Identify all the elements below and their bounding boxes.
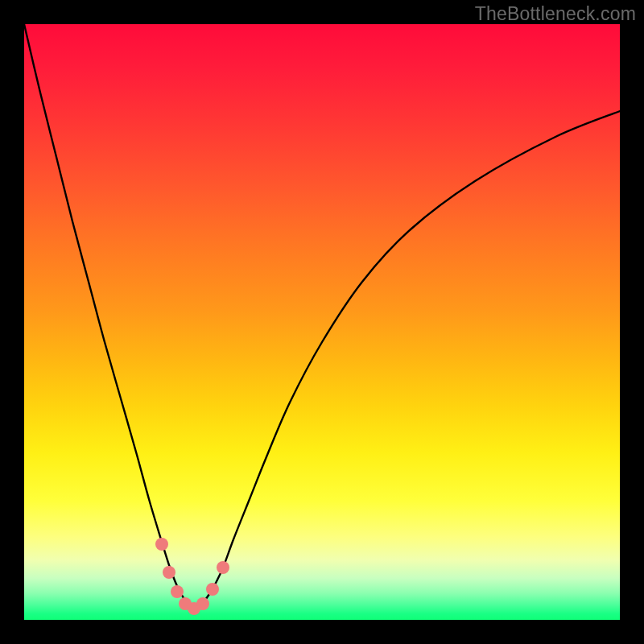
trough-dot — [163, 566, 175, 579]
trough-dot — [206, 583, 219, 596]
trough-dot — [217, 561, 229, 574]
chart-svg — [24, 24, 620, 620]
trough-dot — [171, 585, 184, 598]
trough-dot — [155, 538, 168, 551]
chart-plot-area — [24, 24, 620, 620]
trough-dot — [196, 597, 209, 610]
bottleneck-curve — [24, 24, 620, 609]
watermark-text: TheBottleneck.com — [475, 3, 636, 25]
